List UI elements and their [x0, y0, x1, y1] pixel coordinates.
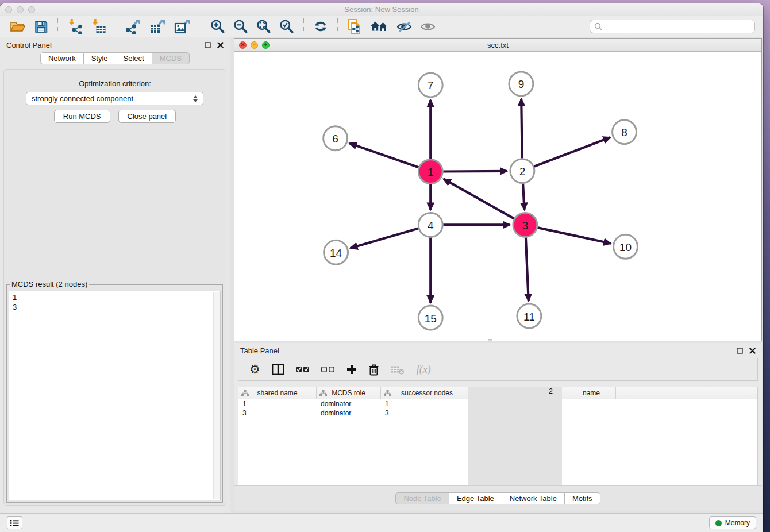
control-panel-header: Control Panel [0, 37, 230, 52]
graph-node-14[interactable]: 14 [324, 240, 348, 264]
result-scrollbar[interactable] [213, 292, 220, 499]
open-session-button[interactable] [10, 18, 26, 35]
task-history-button[interactable] [7, 516, 22, 529]
homes-icon [370, 20, 388, 33]
graph-node-8[interactable]: 8 [613, 120, 637, 144]
tab-node-table[interactable]: Node Table [395, 492, 449, 504]
graph-node-2[interactable]: 2 [510, 159, 534, 183]
table-panel-title: Table Panel [240, 346, 279, 355]
delete-table-button[interactable] [391, 365, 405, 375]
split-columns-button[interactable] [272, 364, 284, 375]
memory-button[interactable]: Memory [709, 516, 756, 529]
export-image-button[interactable] [174, 18, 191, 35]
svg-text:6: 6 [332, 133, 338, 145]
mcds-result-group: MCDS result (2 nodes) 1 3 [6, 284, 223, 503]
graph-edge-2-8[interactable] [534, 137, 610, 167]
export-network-icon [125, 18, 141, 34]
mcds-result-text: 1 3 [13, 292, 211, 499]
run-mcds-button[interactable]: Run MCDS [54, 110, 110, 123]
graph-edge-4-14[interactable] [351, 228, 419, 248]
close-panel-icon[interactable] [217, 42, 224, 48]
tab-edge-table[interactable]: Edge Table [449, 492, 502, 504]
criterion-select[interactable]: strongly connected component [26, 92, 203, 105]
toolbar-separator [57, 18, 58, 34]
unselect-all-columns-button[interactable] [321, 366, 335, 373]
close-panel-icon[interactable] [749, 348, 756, 354]
import-network-button[interactable] [67, 18, 83, 35]
graph-edge-2-3[interactable] [523, 184, 524, 210]
graph-node-7[interactable]: 7 [418, 73, 442, 97]
save-session-button[interactable] [34, 18, 48, 35]
minimize-window-button[interactable] [17, 6, 24, 13]
graph-edge-2-9[interactable] [521, 99, 522, 159]
network-zoom-button[interactable]: + [262, 41, 270, 49]
zoom-out-button[interactable] [233, 18, 248, 35]
zoom-fit-button[interactable] [256, 18, 271, 35]
network-minimize-button[interactable]: − [251, 41, 258, 49]
column-header-MCDS-role[interactable]: MCDS role [317, 387, 381, 399]
graph-node-9[interactable]: 9 [509, 72, 533, 96]
network-canvas[interactable]: 1234678910111415 [234, 52, 761, 341]
table-options-button[interactable]: ⚙ [249, 364, 260, 375]
graph-edge-3-11[interactable] [526, 237, 529, 301]
search-field[interactable] [590, 20, 755, 33]
delete-table-icon [391, 365, 405, 375]
float-panel-icon[interactable] [205, 42, 211, 48]
select-all-columns-button[interactable] [296, 366, 310, 373]
graph-node-15[interactable]: 15 [418, 306, 442, 330]
eye-slash-icon [396, 21, 412, 33]
tab-network-table[interactable]: Network Table [502, 492, 565, 504]
import-table-button[interactable] [91, 18, 106, 35]
graph-node-10[interactable]: 10 [614, 234, 638, 259]
tab-network[interactable]: Network [40, 52, 84, 64]
tab-mcds[interactable]: MCDS [152, 52, 190, 64]
column-header-name[interactable]: name [567, 387, 616, 399]
mcds-result-box: 1 3 [9, 291, 221, 500]
graph-edge-1-2[interactable] [443, 171, 507, 172]
graph-edge-1-6[interactable] [349, 143, 418, 167]
graph-node-3[interactable]: 3 [513, 213, 537, 237]
home-view-button[interactable] [370, 18, 388, 35]
memory-label: Memory [725, 519, 750, 527]
tab-select[interactable]: Select [116, 52, 152, 64]
export-table-button[interactable] [149, 18, 166, 35]
svg-text:15: 15 [425, 313, 437, 325]
close-panel-button[interactable]: Close panel [118, 110, 176, 123]
split-columns-icon [272, 364, 284, 375]
duplicate-network-button[interactable] [347, 18, 362, 35]
show-all-button[interactable] [420, 18, 436, 35]
hide-unselected-button[interactable] [396, 18, 412, 35]
table-row[interactable]: 3dominator323 [238, 408, 757, 418]
graph-node-11[interactable]: 11 [517, 304, 541, 328]
tab-style[interactable]: Style [84, 52, 116, 64]
add-column-button[interactable] [346, 364, 357, 375]
function-builder-button[interactable]: f(x) [417, 364, 431, 376]
zoom-selected-button[interactable] [279, 18, 294, 35]
column-header-successor-nodes[interactable]: successor nodes [381, 387, 473, 399]
export-network-button[interactable] [125, 18, 141, 35]
graph-edge-3-10[interactable] [537, 228, 611, 244]
table-toolbar: ⚙ [238, 358, 758, 381]
graph-node-4[interactable]: 4 [418, 213, 442, 237]
delete-column-button[interactable] [368, 364, 379, 376]
zoom-in-button[interactable] [210, 18, 225, 35]
table-body: 1dominator4113dominator323 [238, 399, 757, 418]
float-panel-icon[interactable] [737, 348, 743, 354]
column-header-shared-name[interactable]: shared name [238, 387, 317, 399]
refresh-layout-button[interactable] [313, 18, 328, 35]
close-window-button[interactable] [5, 6, 12, 13]
splitter-handle[interactable] [488, 339, 492, 342]
select-stepper-icon [193, 95, 198, 102]
network-close-button[interactable]: ✕ [239, 41, 247, 49]
svg-text:14: 14 [330, 247, 342, 259]
graph-node-1[interactable]: 1 [418, 160, 442, 184]
search-input[interactable] [605, 22, 750, 32]
tab-motifs[interactable]: Motifs [565, 492, 600, 504]
unchecked-boxes-icon [321, 366, 335, 373]
graph-node-6[interactable]: 6 [324, 126, 348, 151]
save-icon [34, 20, 48, 34]
graph-edge-3-1[interactable] [444, 179, 514, 218]
svg-text:8: 8 [621, 126, 627, 138]
zoom-window-button[interactable] [28, 6, 35, 13]
main-toolbar [0, 16, 763, 37]
